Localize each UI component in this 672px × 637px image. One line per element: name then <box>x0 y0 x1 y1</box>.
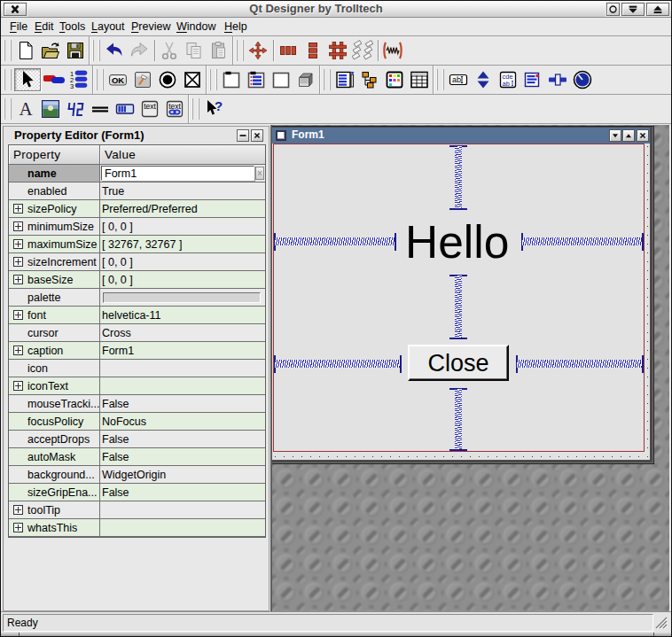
textview-widget-button[interactable]: text <box>138 97 161 120</box>
expand-icon[interactable] <box>13 221 23 231</box>
toolbar-drag-handle[interactable] <box>236 40 244 61</box>
value-column-header[interactable]: Value <box>100 145 265 165</box>
expand-icon[interactable] <box>13 275 23 284</box>
form-unshade-button[interactable] <box>622 129 635 142</box>
menu-tools[interactable]: Tools <box>59 18 85 35</box>
property-row-mouseTracki[interactable]: mouseTracki...False <box>9 395 265 413</box>
menu-layout[interactable]: Layout <box>91 18 125 35</box>
frame-widget-button[interactable] <box>270 68 293 91</box>
lcdnumber-widget-button[interactable] <box>64 97 87 120</box>
form-close-button[interactable] <box>637 129 649 142</box>
property-value-cell[interactable]: WidgetOrigin <box>100 466 265 484</box>
property-value-cell[interactable]: Cross <box>100 324 265 342</box>
radiobutton-widget-button[interactable] <box>156 68 179 91</box>
property-name-cell[interactable]: cursor <box>9 324 100 342</box>
property-row-iconText[interactable]: iconText <box>9 377 265 395</box>
slider-widget-button[interactable] <box>546 68 569 91</box>
property-value-cell[interactable] <box>100 519 265 537</box>
property-row-sizePolicy[interactable]: sizePolicyPreferred/Preferred <box>9 200 265 218</box>
layout-vertical-button[interactable] <box>301 39 324 62</box>
tab-order-button[interactable]: 123 <box>67 68 90 91</box>
property-value-cell[interactable]: [ 0, 0 ] <box>100 253 265 271</box>
expand-icon[interactable] <box>13 505 23 515</box>
property-name-cell[interactable]: autoMask <box>9 448 100 466</box>
window-close-button[interactable] <box>4 3 27 16</box>
property-value-cell[interactable]: [ 0, 0 ] <box>100 271 265 289</box>
property-name-cell[interactable]: background... <box>9 466 100 484</box>
window-frame-bottom[interactable] <box>1 633 671 636</box>
property-value-editor[interactable]: Form1 <box>101 166 254 181</box>
property-value-cell[interactable]: False <box>100 395 265 413</box>
line-widget-button[interactable] <box>89 97 112 120</box>
property-value-cell[interactable] <box>100 360 265 377</box>
textedit-widget-button[interactable]: cdeab <box>496 68 520 91</box>
iconview-widget-button[interactable] <box>383 68 406 91</box>
horizontal-spacer-hello-left[interactable] <box>274 233 396 251</box>
property-name-cell[interactable]: icon <box>9 360 100 377</box>
expand-icon[interactable] <box>13 204 23 214</box>
property-row-autoMask[interactable]: autoMaskFalse <box>9 448 265 466</box>
textlabel-widget-button[interactable]: A <box>14 97 37 120</box>
break-layout-button[interactable] <box>351 39 374 62</box>
property-value-cell[interactable]: False <box>100 448 265 466</box>
window-titlebar[interactable]: Qt Designer by Trolltech <box>1 1 671 18</box>
property-row-whatsThis[interactable]: whatsThis <box>9 519 265 537</box>
menu-help[interactable]: Help <box>224 18 247 35</box>
redo-button[interactable] <box>128 39 151 62</box>
vertical-spacer-middle[interactable] <box>449 275 467 339</box>
property-value-cell[interactable] <box>100 377 265 395</box>
layout-horizontal-button[interactable] <box>277 39 300 62</box>
property-value-cell[interactable]: [ 0, 0 ] <box>100 218 265 236</box>
listview-widget-button[interactable] <box>358 68 381 91</box>
pushbutton-widget-button[interactable]: OK <box>106 68 129 91</box>
property-value-cell[interactable]: Preferred/Preferred <box>100 200 265 218</box>
vertical-spacer-top[interactable] <box>449 145 467 210</box>
horizontal-spacer-hello-right[interactable] <box>521 233 644 251</box>
property-row-sizeIncrement[interactable]: sizeIncrement[ 0, 0 ] <box>9 253 265 271</box>
resize-grip[interactable] <box>654 616 668 630</box>
property-row-icon[interactable]: icon <box>9 360 265 377</box>
save-file-button[interactable] <box>64 39 87 62</box>
property-value-cell[interactable]: True <box>100 183 265 200</box>
palette-preview-bar[interactable] <box>103 292 261 303</box>
property-row-palette[interactable]: palette <box>9 289 265 307</box>
property-name-cell[interactable]: font <box>9 307 100 324</box>
property-row-caption[interactable]: captionForm1 <box>9 342 265 360</box>
property-name-cell[interactable]: mouseTracki... <box>9 395 100 413</box>
menu-edit[interactable]: Edit <box>35 18 54 35</box>
property-name-cell[interactable]: palette <box>9 289 100 307</box>
textbrowser-widget-button[interactable]: text <box>163 97 186 120</box>
property-name-cell[interactable]: sizePolicy <box>9 200 100 218</box>
close-button-widget[interactable]: Close <box>408 345 509 381</box>
form-shade-button[interactable] <box>609 129 621 142</box>
property-name-cell[interactable]: minimumSize <box>9 218 100 236</box>
property-name-cell[interactable]: enabled <box>9 183 100 200</box>
toolbar-drag-handle[interactable] <box>4 69 12 90</box>
property-name-cell[interactable]: baseSize <box>9 271 100 289</box>
toolbar-drag-handle[interactable] <box>4 40 12 61</box>
dock-close-button[interactable] <box>251 129 263 142</box>
copy-button[interactable] <box>183 39 206 62</box>
expand-icon[interactable] <box>13 257 23 267</box>
property-name-cell[interactable]: acceptDrops <box>9 431 100 448</box>
dock-minimize-button[interactable] <box>237 129 249 142</box>
new-file-button[interactable] <box>14 39 37 62</box>
property-name-cell[interactable]: sizeGripEna... <box>9 484 100 501</box>
tabwidget-widget-button[interactable] <box>294 68 317 91</box>
property-row-minimumSize[interactable]: minimumSize[ 0, 0 ] <box>9 218 265 236</box>
pointer-tool-button[interactable] <box>14 68 41 91</box>
property-row-baseSize[interactable]: baseSize[ 0, 0 ] <box>9 271 265 289</box>
hello-label-widget[interactable]: Hello <box>405 218 510 266</box>
property-row-font[interactable]: fonthelvetica-11 <box>9 307 265 324</box>
property-name-cell[interactable]: focusPolicy <box>9 413 100 431</box>
property-name-cell[interactable]: whatsThis <box>9 519 100 537</box>
add-spacer-button[interactable] <box>381 39 404 62</box>
toolbar-drag-handle[interactable] <box>209 69 217 90</box>
toolbar-drag-handle[interactable] <box>323 69 331 90</box>
horizontal-spacer-close-right[interactable] <box>516 355 644 373</box>
paste-button[interactable] <box>207 39 231 62</box>
property-value-cell[interactable]: NoFocus <box>100 413 265 431</box>
buttongroup-widget-button[interactable] <box>245 68 268 91</box>
property-row-enabled[interactable]: enabledTrue <box>9 183 265 200</box>
property-row-acceptDrops[interactable]: acceptDropsFalse <box>9 431 265 448</box>
